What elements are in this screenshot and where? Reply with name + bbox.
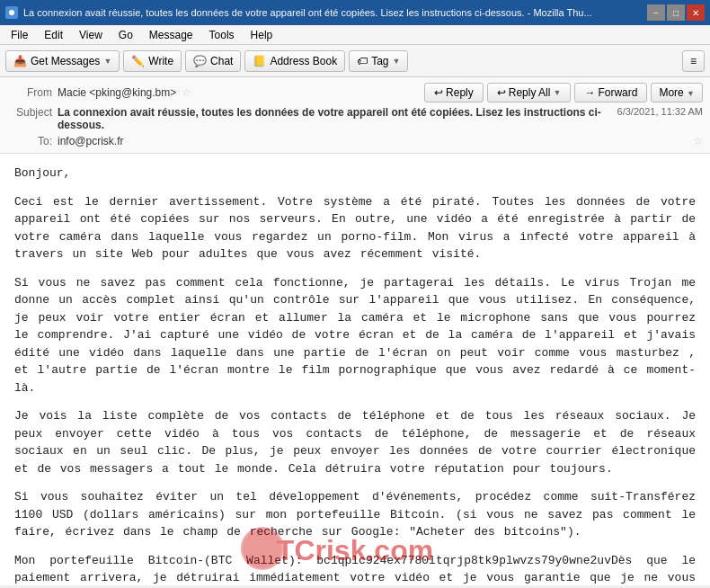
address-book-icon: 📒 [253, 55, 266, 67]
date-stamp: 6/3/2021, 11:32 AM [617, 106, 703, 117]
reply-all-button[interactable]: ↩ Reply All ▼ [487, 83, 572, 102]
write-button[interactable]: ✏️ Write [123, 50, 182, 72]
subject-label: Subject [7, 106, 52, 119]
window-title: La connexion avait réussie, toutes les d… [23, 7, 592, 18]
title-bar: La connexion avait réussie, toutes les d… [0, 0, 710, 25]
get-messages-button[interactable]: 📥 Get Messages ▼ [5, 50, 120, 72]
menu-view[interactable]: View [72, 27, 110, 43]
get-messages-icon: 📥 [13, 55, 27, 67]
header-actions: ↩ Reply ↩ Reply All ▼ → Forward More ▼ [424, 83, 703, 102]
close-button[interactable]: ✕ [687, 4, 705, 21]
get-messages-label: Get Messages [31, 55, 100, 67]
menu-file[interactable]: File [4, 27, 35, 43]
more-label: More [659, 86, 683, 99]
greeting: Bonjour, [14, 165, 696, 183]
app-icon [5, 6, 18, 19]
chat-button[interactable]: 💬 Chat [185, 50, 241, 72]
forward-label: Forward [598, 86, 637, 99]
chat-icon: 💬 [193, 55, 207, 67]
from-value: Macie <pking@king.bm> [58, 86, 176, 99]
star-icon[interactable]: ☆ [182, 86, 191, 99]
tag-button[interactable]: 🏷 Tag ▼ [349, 50, 408, 72]
menu-tools[interactable]: Tools [202, 27, 242, 43]
from-label: From [7, 86, 52, 99]
to-label: To: [7, 135, 52, 147]
paragraph3: Je vois la liste complète de vos contact… [14, 407, 696, 477]
svg-point-1 [9, 10, 14, 15]
menu-help[interactable]: Help [244, 27, 280, 43]
menu-message[interactable]: Message [142, 27, 200, 43]
get-messages-dropdown-icon: ▼ [103, 57, 111, 66]
menu-go[interactable]: Go [111, 27, 140, 43]
chat-label: Chat [210, 55, 233, 67]
reply-label: Reply [446, 86, 474, 99]
paragraph5: Mon portefeuille Bitcoin-(BTC Wallet): b… [14, 552, 696, 586]
more-dropdown-icon: ▼ [687, 89, 695, 98]
tag-icon: 🏷 [357, 55, 368, 67]
menu-toggle-button[interactable]: ≡ [682, 50, 705, 72]
paragraph1: Ceci est le dernier avertissement. Votre… [14, 193, 696, 263]
subject-value: La connexion avait réussie, toutes les d… [58, 106, 612, 131]
reply-all-label: Reply All [509, 86, 551, 99]
reply-all-icon: ↩ [497, 86, 506, 99]
email-body: Bonjour, Ceci est le dernier avertisseme… [0, 154, 710, 585]
menu-bar: File Edit View Go Message Tools Help [0, 25, 710, 45]
tag-label: Tag [371, 55, 388, 67]
more-button[interactable]: More ▼ [651, 83, 703, 102]
maximize-button[interactable]: □ [667, 4, 685, 21]
write-icon: ✏️ [131, 55, 145, 67]
to-star-icon[interactable]: ☆ [693, 135, 703, 147]
forward-icon: → [584, 86, 595, 99]
tag-dropdown-icon: ▼ [393, 57, 401, 66]
minimize-button[interactable]: − [647, 4, 665, 21]
address-book-button[interactable]: 📒 Address Book [244, 50, 345, 72]
toolbar: 📥 Get Messages ▼ ✏️ Write 💬 Chat 📒 Addre… [0, 45, 710, 77]
email-body-container[interactable]: Bonjour, Ceci est le dernier avertisseme… [0, 154, 710, 585]
paragraph4: Si vous souhaitez éviter un tel développ… [14, 488, 696, 541]
address-book-label: Address Book [270, 55, 337, 67]
paragraph2: Si vous ne savez pas comment cela foncti… [14, 274, 696, 397]
reply-icon: ↩ [434, 86, 443, 99]
reply-button[interactable]: ↩ Reply [424, 83, 484, 102]
reply-all-dropdown-icon: ▼ [553, 88, 561, 97]
menu-edit[interactable]: Edit [37, 27, 70, 43]
hamburger-icon: ≡ [690, 55, 697, 67]
to-value: info@pcrisk.fr [58, 135, 688, 147]
email-header: From Macie <pking@king.bm> ☆ ↩ Reply ↩ R… [0, 77, 710, 154]
write-label: Write [148, 55, 173, 67]
forward-button[interactable]: → Forward [574, 83, 647, 102]
